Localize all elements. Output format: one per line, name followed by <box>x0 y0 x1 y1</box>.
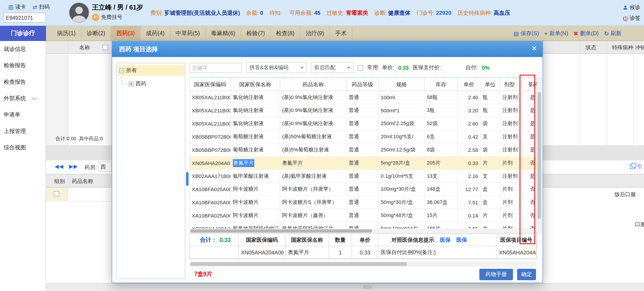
common-checkbox[interactable] <box>358 65 363 70</box>
unit-price-label: 单价: <box>382 64 394 71</box>
tab-6[interactable]: 检验(7) <box>241 26 271 41</box>
insurance-link[interactable]: 医保 <box>456 236 467 244</box>
prev-page-arrows[interactable]: ◀◀ <box>54 163 64 169</box>
column-header-10[interactable]: 基药 <box>529 78 537 91</box>
tab-9[interactable]: 手术 <box>330 26 352 41</box>
cell-spec: 100mg*30片/盒 <box>379 183 425 196</box>
match-field-select[interactable]: 拼音&名称&编码 <box>246 62 307 73</box>
tab-8[interactable]: 治疗(9) <box>300 26 330 41</box>
tab-3[interactable]: 成药(4) <box>141 26 170 41</box>
summary-hscrollbar[interactable] <box>189 261 537 267</box>
drug-row-8[interactable]: XA10BFA025A00阿卡波糖片阿卡波糖片S（拜唐苹）普通50mg*30片/… <box>190 196 537 209</box>
cell-ins_name: 阿卡波糖片 <box>231 196 280 209</box>
column-header-1[interactable]: 国家医保名称 <box>231 78 280 91</box>
tab-1[interactable]: 诊断(2) <box>81 26 111 41</box>
sign-off-button[interactable]: 诊签 <box>623 14 644 22</box>
tab-0[interactable]: 病历(1) <box>52 26 81 41</box>
cell-price: 7.51 <box>458 196 480 209</box>
scan-code-button[interactable]: ⇄ 扫码 <box>32 3 50 11</box>
insurance-link[interactable]: 医保 <box>440 236 450 244</box>
tab-7[interactable]: 检查(8) <box>271 26 300 41</box>
cell-unit: 片 <box>480 209 500 222</box>
summary-row[interactable]: XN05AHA204A00 奥氮平片 1 0.33 医保自付比例0%[备注:] … <box>190 246 536 259</box>
summary-price: 0.33 <box>352 246 378 259</box>
tree-node-western-drug[interactable]: 西药 <box>129 79 146 88</box>
next-page-arrows[interactable]: ▶▶ <box>69 163 78 169</box>
cell-code: XN05AHA204A0 <box>190 157 231 169</box>
sidebar-item-5[interactable]: 上报管理 <box>0 123 46 139</box>
cell-stock: 205片 <box>425 157 458 169</box>
tab-5[interactable]: 毒麻精(6) <box>206 26 241 41</box>
sidebar-item-2[interactable]: 检查报告 <box>0 74 46 90</box>
table-vscrollbar[interactable] <box>537 78 542 234</box>
summary-header: 对照医保信息提示 医保 医保 <box>378 234 497 246</box>
vscroll-thumb[interactable] <box>538 92 541 219</box>
drug-row-4[interactable]: XB05BBP072B00葡萄糖注射液(基)5%葡萄糖注射液普通250ml:12… <box>190 144 537 157</box>
row-checkbox[interactable] <box>54 191 59 196</box>
drug-row-2[interactable]: XB05XAL211B00氯化钠注射液(基)0.9%氯化钠注射液普通250ml:… <box>190 117 537 131</box>
table-hscrollbar[interactable] <box>189 229 537 234</box>
dialog-header[interactable]: 西药 项目选择 × <box>112 41 542 57</box>
cell-grade: 普通 <box>347 91 379 104</box>
cell-form: 注射剂 <box>500 144 519 156</box>
sidebar-item-1[interactable]: 检验报告 <box>0 57 46 74</box>
tab-4[interactable]: 中草药(5) <box>170 26 206 41</box>
action-2[interactable]: ✖删单(D) <box>574 30 599 37</box>
tree-node-all[interactable]: 所有 <box>117 65 184 76</box>
match-mode-select[interactable]: 前后匹配 <box>311 62 354 73</box>
keyword-input[interactable] <box>189 63 242 73</box>
drug-row-5[interactable]: XN05AHA204A0奥氮平片奥氮平片普通5mg*28片/盒205片0.33片… <box>190 157 537 170</box>
sidebar-item-4[interactable]: 申请单 <box>0 107 46 123</box>
writeoff-column-header: 冲销数量 <box>635 44 644 51</box>
drug-row-1[interactable]: XB05XAL211B00氯化钠注射液(基)0.9%氯化钠注射液普通500ml*… <box>190 104 537 117</box>
read-card-button[interactable]: ▥ 读卡 <box>8 3 26 11</box>
collapse-icon[interactable] <box>120 68 124 73</box>
expand-icon[interactable] <box>129 81 134 86</box>
bg-left-splitter <box>46 146 112 160</box>
drug-row-0[interactable]: XB05XAL211B00氯化钠注射液(基)0.9%氯化钠注射液普通100ml5… <box>190 91 537 104</box>
sidebar-item-6[interactable]: 综合视图 <box>0 140 46 156</box>
cell-price: 2.60 <box>458 117 480 130</box>
section-title: 门诊诊疗 <box>0 26 46 41</box>
hscroll-thumb[interactable] <box>190 262 407 266</box>
drug-row-7[interactable]: XA10BFA025A00阿卡波糖片阿卡波糖片（拜唐苹）普通100mg*30片/… <box>190 183 537 196</box>
column-header-9[interactable] <box>519 78 529 91</box>
summary-name: 奥氮平片 <box>286 246 329 259</box>
action-3[interactable]: ↻刷新 <box>604 30 622 37</box>
cell-drug_name: 奥氮平片 <box>280 157 347 169</box>
person-icon <box>623 5 628 10</box>
quote-history-link[interactable]: 引 <box>630 163 644 170</box>
column-header-3[interactable]: 药品等级 <box>347 78 379 91</box>
close-icon[interactable]: × <box>532 43 537 54</box>
waiting-list-button[interactable]: 候诊 <box>623 3 644 11</box>
drug-row-6[interactable]: XB02AAA171B00氨甲苯酸注射液(基)氨甲苯酸注射液普通0.1g/10m… <box>190 170 537 183</box>
drug-manual-button[interactable]: 药物手册 <box>479 269 513 280</box>
drug-row-3[interactable]: XB05BBP072B00葡萄糖注射液(基)50%葡萄糖注射液普通20ml:10… <box>190 131 537 144</box>
summary-total-cell: 合计： 0.33 <box>190 234 238 246</box>
quantity-note: 7盒9片 <box>194 270 212 278</box>
column-header-2[interactable]: 药品名称 <box>280 78 347 91</box>
pharmacy-label: 药房: <box>84 164 97 171</box>
column-header-0[interactable]: 国家医保编码 <box>190 78 231 91</box>
confirm-button[interactable]: 确定 <box>517 269 536 280</box>
card-number-input[interactable] <box>3 13 46 22</box>
panel-resizer[interactable] <box>186 172 188 186</box>
sidebar-item-3[interactable]: 外部系统 <box>0 90 46 107</box>
column-header-4[interactable]: 规格 <box>379 78 425 91</box>
sidebar-item-0[interactable]: 就诊信息 <box>0 41 46 57</box>
action-1[interactable]: +新单(N) <box>544 30 568 37</box>
column-header-7[interactable]: 单位 <box>480 78 500 91</box>
plus-icon: + <box>544 30 548 37</box>
toolbar-actions: ▤保存(S)+新单(N)✖删单(D)↻刷新 <box>513 26 644 41</box>
drug-row-10[interactable]: XC08CXA188A00氨氯地平阿托伐他汀氨氯地平阿托伐他汀片普通5mg:10… <box>190 223 537 229</box>
hscroll-thumb[interactable] <box>190 229 372 233</box>
column-header-6[interactable]: 单价 <box>458 78 480 91</box>
tab-2[interactable]: 西药(3) <box>111 26 140 41</box>
pharmacy-select[interactable]: 西 <box>98 162 112 171</box>
header-checkbox[interactable] <box>103 45 108 50</box>
action-0[interactable]: ▤保存(S) <box>513 30 539 37</box>
column-header-5[interactable]: 库存 <box>425 78 458 91</box>
cell-stock: 6支 <box>425 131 458 143</box>
column-header-8[interactable]: 剂型 <box>500 78 519 91</box>
drug-row-9[interactable]: XA10BFA025A00阿卡波糖片阿卡波糖片（鑫善）普通50mg*48片/盒1… <box>190 209 537 223</box>
